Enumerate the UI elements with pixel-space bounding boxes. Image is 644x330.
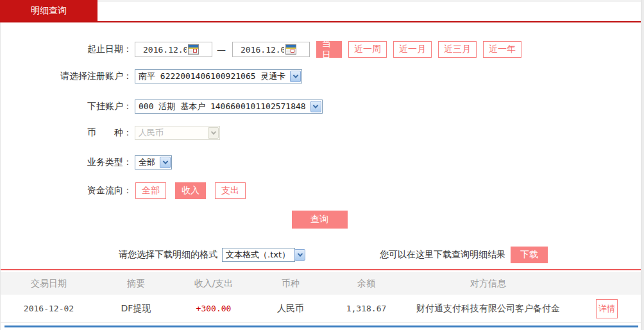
business-type-label: 业务类型： [1, 157, 132, 168]
header-summary: 摘要 [97, 278, 175, 290]
download-hint-text: 您可以在这里下载查询明细结果 [380, 249, 505, 261]
sub-account-select[interactable]: 000 活期 基本户 1406600101102571848 [135, 100, 323, 114]
fund-flow-income-button[interactable]: 收入 [175, 182, 206, 199]
tab-detail-query[interactable]: 明细查询 [0, 0, 97, 21]
query-button[interactable]: 查询 [292, 211, 348, 229]
cell-trade-date: 2016-12-02 [1, 304, 97, 313]
header-counterparty: 对方信息 [403, 278, 573, 290]
table-row: 2016-12-02 DF提现 +300.00 人民币 1,318.67 财付通… [1, 295, 641, 323]
quick-range-week-button[interactable]: 近一周 [348, 41, 387, 58]
top-edge-divider [97, 0, 641, 2]
quick-range-today-button[interactable]: 当日 [316, 41, 342, 58]
date-range-row: 起止日期： — 当日 近一周 近一月 近三月 近一年 [1, 41, 641, 58]
currency-label: 币 种： [1, 127, 132, 139]
right-edge-strip [641, 0, 644, 330]
start-date-box [135, 42, 212, 57]
table-top-separator [1, 269, 641, 270]
download-row: 请您选择下载明细的格式 文本格式（.txt） 您可以在这里下载查询明细结果 下载 [1, 247, 641, 263]
fund-flow-row: 资金流向： 全部 收入 支出 [1, 182, 641, 199]
header-income-expense: 收入/支出 [175, 278, 252, 290]
cell-currency: 人民币 [252, 303, 329, 315]
download-format-value: 文本格式（.txt） [223, 249, 294, 261]
download-button[interactable]: 下载 [511, 247, 548, 263]
cell-amount: +300.00 [175, 304, 252, 313]
header-balance: 余额 [329, 278, 403, 290]
fund-flow-label: 资金流向： [1, 185, 132, 196]
fund-flow-expense-button[interactable]: 支出 [215, 182, 246, 199]
fund-flow-all-button[interactable]: 全部 [135, 182, 166, 199]
chevron-down-icon [294, 249, 305, 261]
currency-value: 人民币 [135, 127, 207, 139]
sub-account-label: 下挂账户： [1, 101, 132, 112]
start-date-input[interactable] [135, 45, 187, 55]
query-form: 起止日期： — 当日 近一周 近一月 近三月 近一年 请选择注册账户： 南平 6… [1, 22, 641, 323]
download-format-select[interactable]: 文本格式（.txt） [222, 248, 295, 262]
register-account-select[interactable]: 南平 6222001406100921065 灵通卡 [135, 69, 302, 83]
header-currency: 币种 [252, 278, 329, 290]
chevron-down-icon [160, 157, 171, 168]
cell-counterparty: 财付通支付科技有限公司客户备付金 [403, 303, 573, 315]
date-range-label: 起止日期： [1, 44, 132, 55]
chevron-down-icon [208, 127, 219, 139]
calendar-icon[interactable] [188, 44, 199, 55]
end-date-input[interactable] [233, 45, 284, 55]
cell-balance: 1,318.67 [329, 304, 403, 313]
business-type-row: 业务类型： 全部 [1, 155, 641, 170]
sub-account-value: 000 活期 基本户 1406600101102571848 [135, 101, 310, 112]
download-format-label: 请您选择下载明细的格式 [119, 249, 217, 261]
chevron-down-icon [290, 71, 301, 82]
currency-row: 币 种： 人民币 [1, 125, 641, 141]
currency-select: 人民币 [135, 126, 220, 140]
chevron-down-icon [310, 101, 321, 112]
cell-action: 详情 [573, 299, 641, 318]
detail-button[interactable]: 详情 [596, 299, 618, 318]
bottom-blue-divider [4, 326, 638, 327]
business-type-select[interactable]: 全部 [135, 155, 172, 169]
date-range-separator: — [217, 44, 226, 55]
business-type-value: 全部 [135, 157, 159, 168]
table-header-row: 交易日期 摘要 收入/支出 币种 余额 对方信息 [1, 272, 641, 295]
header-trade-date: 交易日期 [1, 278, 97, 290]
sub-account-row: 下挂账户： 000 活期 基本户 1406600101102571848 [1, 99, 641, 114]
calendar-icon[interactable] [285, 44, 296, 55]
quick-range-quarter-button[interactable]: 近三月 [438, 41, 477, 58]
register-account-row: 请选择注册账户： 南平 6222001406100921065 灵通卡 [1, 69, 641, 84]
results-table: 交易日期 摘要 收入/支出 币种 余额 对方信息 2016-12-02 DF提现… [1, 272, 641, 323]
detail-query-page: 明细查询 起止日期： — 当日 近一周 近一月 近三月 近一年 请选择注册账户：… [0, 0, 644, 330]
quick-range-year-button[interactable]: 近一年 [483, 41, 521, 58]
quick-range-month-button[interactable]: 近一月 [393, 41, 432, 58]
register-account-value: 南平 6222001406100921065 灵通卡 [135, 71, 289, 82]
register-account-label: 请选择注册账户： [1, 71, 132, 82]
cell-summary: DF提现 [97, 303, 175, 315]
end-date-box [232, 42, 310, 57]
tab-label: 明细查询 [31, 5, 67, 17]
